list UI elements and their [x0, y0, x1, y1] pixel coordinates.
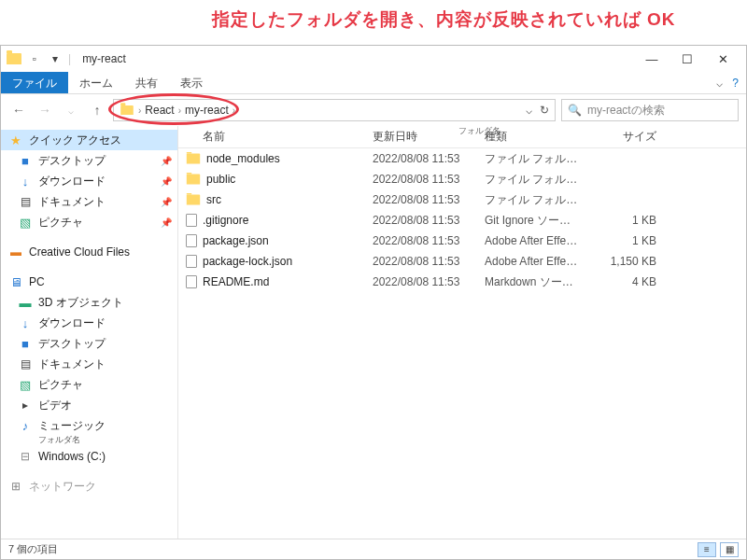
chevron-right-icon[interactable]: › — [138, 105, 141, 116]
search-input[interactable]: 🔍 my-reactの検索 — [561, 99, 739, 121]
titlebar: ▫ ▾ | my-react — ☐ ✕ — [1, 46, 746, 72]
sidebar-item[interactable]: ▤ドキュメント📌 — [1, 191, 177, 212]
group-label: フォルダ名 — [458, 126, 500, 137]
sidebar-item[interactable]: ▬3D オブジェクト — [1, 292, 177, 313]
sidebar-item-label: Creative Cloud Files — [29, 245, 130, 259]
help-icon[interactable]: ? — [732, 77, 739, 90]
sidebar-drive-c[interactable]: ⊟ Windows (C:) — [1, 446, 177, 467]
file-name: package-lock.json — [203, 255, 292, 268]
crumb-myreact[interactable]: my-react — [185, 104, 229, 117]
column-name[interactable]: 名前 — [178, 129, 365, 145]
pin-icon: 📌 — [161, 156, 172, 166]
maximize-button[interactable]: ☐ — [669, 48, 705, 70]
doc-icon[interactable]: ▫ — [27, 52, 42, 65]
file-row[interactable]: .gitignore2022/08/08 11:53Git Ignore ソース… — [178, 210, 746, 231]
file-name: node_modules — [206, 152, 280, 165]
folder-icon: ▬ — [18, 296, 33, 309]
breadcrumb[interactable]: › React › my-react › ⌵ ↻ — [113, 99, 556, 121]
file-row[interactable]: public2022/08/08 11:53ファイル フォルダー — [178, 169, 746, 189]
sidebar-item-label: ミュージック — [38, 418, 106, 434]
tab-share[interactable]: 共有 — [124, 72, 169, 93]
sidebar-item-label: 3D オブジェクト — [38, 295, 123, 311]
close-button[interactable]: ✕ — [705, 48, 740, 70]
file-type: ファイル フォルダー — [477, 172, 589, 188]
recent-dropdown[interactable]: ⌵ — [61, 100, 81, 120]
minimize-button[interactable]: — — [634, 48, 669, 70]
file-row[interactable]: node_modules2022/08/08 11:53ファイル フォルダー — [178, 148, 746, 169]
sidebar-item[interactable]: ↓ダウンロード — [1, 313, 177, 333]
view-details-button[interactable]: ≡ — [698, 542, 716, 557]
drive-icon: ⊟ — [18, 450, 33, 463]
folder-icon — [187, 154, 200, 164]
cloud-icon: ▬ — [8, 245, 23, 259]
folder-icon — [187, 175, 200, 185]
qat-dropdown-icon[interactable]: ▾ — [48, 52, 63, 65]
folder-icon: ■ — [18, 154, 33, 167]
tab-home[interactable]: ホーム — [68, 72, 124, 93]
folder-icon: ↓ — [18, 316, 33, 329]
sidebar-item[interactable]: ▧ピクチャ📌 — [1, 212, 177, 232]
folder-icon: ■ — [18, 337, 33, 350]
sidebar-item[interactable]: ♪ミュージック — [1, 415, 177, 436]
pc-icon: 🖥 — [8, 275, 23, 288]
file-date: 2022/08/08 11:53 — [365, 255, 477, 268]
sidebar-item-label: ダウンロード — [38, 315, 106, 331]
file-size: 1 KB — [589, 234, 664, 247]
folder-icon — [120, 105, 134, 115]
tab-file[interactable]: ファイル — [1, 72, 68, 93]
file-type: Adobe After Effect... — [477, 234, 589, 247]
back-button[interactable]: ← — [8, 100, 29, 120]
folder-icon: ▧ — [18, 378, 33, 391]
sidebar-item-label: ダウンロード — [38, 174, 106, 189]
folder-icon: ♪ — [18, 419, 33, 432]
up-button[interactable]: ↑ — [87, 100, 107, 120]
sidebar-item-label: クイック アクセス — [29, 133, 121, 148]
sidebar-item[interactable]: ▤ドキュメント — [1, 354, 177, 374]
file-row[interactable]: package.json2022/08/08 11:53Adobe After … — [178, 231, 746, 251]
forward-button[interactable]: → — [35, 100, 55, 120]
sidebar-item[interactable]: ↓ダウンロード📌 — [1, 171, 177, 191]
sidebar-network[interactable]: ⊞ ネットワーク — [1, 476, 177, 497]
sidebar-item-label: Windows (C:) — [38, 450, 106, 463]
file-row[interactable]: README.md2022/08/08 11:53Markdown ソース フ.… — [178, 272, 746, 292]
crumb-react[interactable]: React — [145, 104, 174, 117]
refresh-icon[interactable]: ↻ — [540, 104, 549, 117]
ribbon-expand-icon[interactable]: ⌵ — [716, 77, 723, 90]
file-list: node_modules2022/08/08 11:53ファイル フォルダーpu… — [178, 148, 746, 539]
sidebar-folder-label: フォルダ名 — [1, 434, 177, 446]
file-date: 2022/08/08 11:53 — [365, 275, 477, 288]
folder-icon: ↓ — [18, 175, 33, 188]
sidebar-item-label: デスクトップ — [38, 336, 106, 352]
file-row[interactable]: src2022/08/08 11:53ファイル フォルダー — [178, 189, 746, 210]
pin-icon: 📌 — [161, 197, 172, 207]
sidebar-item-label: ドキュメント — [38, 357, 106, 372]
file-row[interactable]: package-lock.json2022/08/08 11:53Adobe A… — [178, 251, 746, 272]
sidebar: ★ クイック アクセス ■デスクトップ📌↓ダウンロード📌▤ドキュメント📌▧ピクチ… — [1, 126, 178, 539]
chevron-right-icon[interactable]: › — [233, 105, 235, 116]
sidebar-item[interactable]: ▧ピクチャ — [1, 374, 177, 395]
sidebar-item[interactable]: ▸ビデオ — [1, 395, 177, 415]
sidebar-quick-access[interactable]: ★ クイック アクセス — [1, 130, 177, 150]
file-type: ファイル フォルダー — [477, 151, 589, 167]
search-placeholder: my-reactの検索 — [587, 103, 665, 119]
sidebar-ccf[interactable]: ▬ Creative Cloud Files — [1, 242, 177, 262]
column-size[interactable]: サイズ — [589, 129, 664, 145]
folder-icon — [7, 53, 21, 64]
sidebar-item-label: ビデオ — [38, 398, 72, 413]
sidebar-item[interactable]: ■デスクトップ — [1, 333, 177, 354]
address-dropdown-icon[interactable]: ⌵ — [526, 104, 532, 117]
sidebar-pc[interactable]: 🖥 PC — [1, 272, 177, 292]
pin-icon: 📌 — [161, 217, 172, 228]
file-icon — [186, 214, 197, 227]
tab-view[interactable]: 表示 — [169, 72, 214, 93]
view-icons-button[interactable]: ▦ — [720, 542, 739, 557]
chevron-right-icon[interactable]: › — [178, 105, 181, 116]
sidebar-item-label: デスクトップ — [38, 153, 106, 169]
folder-icon: ▤ — [18, 357, 33, 371]
sidebar-item[interactable]: ■デスクトップ📌 — [1, 150, 177, 171]
file-icon — [186, 255, 197, 268]
search-icon: 🔍 — [568, 104, 582, 117]
file-date: 2022/08/08 11:53 — [365, 173, 477, 186]
file-size: 1,150 KB — [589, 255, 664, 268]
sidebar-item-label: ネットワーク — [29, 479, 96, 495]
